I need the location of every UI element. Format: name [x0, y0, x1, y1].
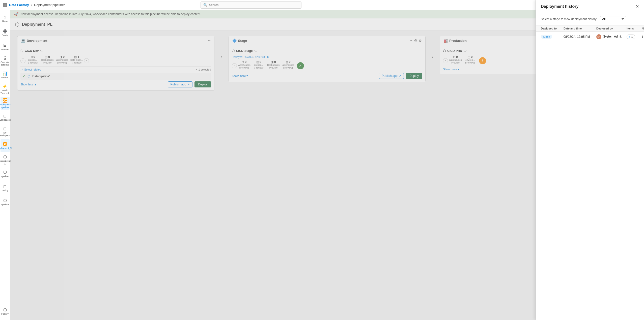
stage-stage-icon: 🔷 — [232, 39, 237, 43]
dev-metrics: ⊞0 environ...(Preview) ◫0 Dashboards(Pre… — [26, 55, 83, 64]
app-title[interactable]: Data Factory — [9, 3, 29, 7]
stage-env-icon: ◫ — [256, 60, 259, 64]
stage-deployed-text: Deployed: 8/2/2024, 12:05:08 PM — [232, 56, 269, 58]
dev-card-menu[interactable]: ⋯ — [207, 48, 211, 53]
dev-metric-environments: ⊞0 environ...(Preview) — [26, 55, 39, 64]
stage-settings-icon[interactable]: ⚙ — [419, 39, 422, 43]
stage-history-icon[interactable]: ⏱ — [414, 39, 417, 43]
sidebar-item-testing[interactable]: ◻ Testing — [1, 181, 10, 195]
stage-deploy-button[interactable]: Deploy — [406, 73, 422, 79]
deployment-pipelines-icon: 🔀 — [3, 98, 8, 103]
grid-icon[interactable] — [3, 3, 7, 7]
prod-wh-icon: ⊞ — [453, 55, 455, 59]
stage-card-title: CICD-Stage — [236, 49, 253, 53]
sidebar-item-browse[interactable]: ⊞ Browse — [1, 40, 10, 53]
sidebar-item-pipeline4[interactable]: ⬡ pipeline4 — [1, 167, 10, 180]
connector-dev-stage: › — [216, 36, 227, 305]
banner-icon: 🚀 — [14, 12, 18, 16]
pipeline5-icon: ⬡ — [3, 198, 7, 203]
my-workspace-icon: ◻ — [3, 126, 7, 131]
sidebar-item-create[interactable]: ➕ Create — [1, 26, 10, 39]
sidebar-item-deployment-pl[interactable]: 🔀 Deployment_PL — [1, 139, 10, 152]
testing-icon: ◻ — [3, 184, 7, 189]
realtime-icon: ⚡ — [3, 84, 8, 89]
stage-publish-label: Publish app — [382, 74, 398, 78]
sidebar-item-factory[interactable]: ⬡ Factory — [1, 305, 10, 318]
prod-card-icon: ⬡ — [443, 49, 446, 53]
history-filter-row: Select a stage to view deployment histor… — [536, 13, 644, 25]
stage-publish-app-button[interactable]: Publish app ↗ — [379, 73, 404, 79]
sidebar-item-onelake[interactable]: 🗄 OneLake data hub — [1, 54, 10, 68]
breadcrumb-separator: › — [31, 3, 32, 7]
dev-metrics-next[interactable]: › — [84, 58, 89, 63]
history-deployed-to: Stage — [541, 35, 564, 39]
publish-app-label: Publish app — [171, 83, 186, 86]
sidebar-label-factory: Factory — [1, 313, 8, 315]
dev-edit-icon[interactable]: ✏ — [208, 39, 211, 43]
sidebar-item-deployment-pipelines[interactable]: 🔀 Deployment pipelines — [1, 97, 10, 110]
dev-publish-app-button[interactable]: Publish app ↗ — [168, 81, 193, 87]
sidebar-item-realtime[interactable]: ⚡ Real-Time hub — [1, 83, 10, 96]
sidebar-item-my-workspace[interactable]: ◻ My workspace — [1, 125, 10, 138]
sidebar-item-home[interactable]: ⌂ Home — [1, 12, 10, 25]
prod-status-circle: ! — [479, 57, 486, 64]
stage-metrics: ⊞0 Warehouses(Preview) ◫0 environ...(Pre… — [238, 60, 294, 69]
stage-dash-icon: ◨ — [271, 60, 273, 64]
history-close-button[interactable]: ✕ — [636, 4, 639, 9]
sidebar-label-datapipeline1: Datapipeline 1 — [0, 160, 11, 165]
history-table-body: Stage 08/02/24, 12:05 PM SA System Admi.… — [536, 32, 644, 320]
stage-metric-warehouses: ⊞0 Warehouses(Preview) — [238, 60, 250, 69]
sidebar-label-monitor: Monitor — [1, 76, 8, 79]
stage-right-actions: Publish app ↗ Deploy — [379, 73, 422, 79]
stage-header-left-dev: 💻 Development — [21, 39, 47, 43]
dev-card-title-row: ⬡ CICD-Dev 🛡 ⋯ — [20, 48, 211, 53]
dev-metrics-row: ‹ ⊞0 environ...(Preview) ◫0 Dashboards(P… — [20, 55, 211, 66]
stage-card-title-row: ⬡ CICD-Stage 🛡 ⋯ — [232, 48, 423, 53]
col-deployed-to: Deployed to — [541, 27, 564, 30]
dev-stage-icon: 💻 — [21, 39, 25, 43]
clear-selected-icon[interactable]: ✕ — [195, 68, 198, 71]
stage-show-more-button[interactable]: Show more ▾ — [232, 74, 248, 77]
search-box[interactable]: 🔍 — [201, 2, 301, 9]
stage-card-badge-icon: 🛡 — [254, 49, 257, 53]
select-related-button[interactable]: ⇄ Select related — [20, 68, 41, 71]
history-table-header: Deployed to Date and time Deployed by It… — [536, 25, 644, 32]
show-less-button[interactable]: Show less ▲ — [20, 83, 37, 86]
prod-show-more-label: Show more — [443, 68, 457, 71]
stage-action-row: Show more ▾ Publish app ↗ Deploy — [232, 73, 423, 79]
history-stage-badge: Stage — [541, 35, 552, 39]
dev-deploy-button[interactable]: Deploy — [194, 81, 211, 87]
history-info-icon[interactable]: ℹ — [642, 35, 643, 39]
history-avatar: SA — [596, 34, 601, 39]
history-note: ℹ — [642, 35, 644, 39]
prod-show-more-chevron: ▾ — [458, 68, 459, 71]
dev-card-icon: ⬡ — [20, 49, 23, 53]
prod-show-more-button[interactable]: Show more ▾ — [443, 68, 459, 71]
dev-metric-lakehouses: ◨0 Lakehouses(Preview) — [56, 55, 68, 64]
sidebar-item-monitor[interactable]: 📊 Monitor — [1, 69, 10, 82]
pipeline-header-icon: ⬡ — [15, 21, 19, 27]
stage-deployed-info: Deployed: 8/2/2024, 12:05:08 PM — [232, 55, 423, 59]
history-items-badge: + 1 — [627, 35, 635, 39]
dev-stage-card: ⬡ CICD-Dev 🛡 ⋯ ‹ ⊞0 environ...(Preview) — [17, 45, 214, 91]
history-stage-filter[interactable]: All Development Stage Production — [600, 16, 626, 22]
sidebar-label-create: Create — [2, 34, 8, 37]
pipeline-title: Deployment_PL — [22, 22, 52, 27]
breadcrumb[interactable]: Deployment pipelines — [34, 3, 65, 7]
dev-metrics-prev[interactable]: ‹ — [20, 58, 25, 63]
stage-header-actions-stage: ✏ ⏱ ⚙ — [410, 39, 422, 43]
stage-metrics-prev[interactable]: ‹ — [232, 63, 237, 68]
sidebar-label-workspaces: Workspaces — [0, 119, 11, 121]
stage-card-menu[interactable]: ⋯ — [418, 48, 422, 53]
stage-edit-icon[interactable]: ✏ — [410, 39, 412, 43]
select-related-icon: ⇄ — [20, 68, 23, 71]
sidebar-item-workspaces[interactable]: ◻ Workspaces — [1, 111, 10, 124]
banner-text: New deployment access. Beginning in late… — [20, 12, 201, 16]
search-input[interactable] — [209, 3, 299, 7]
sidebar-item-datapipeline1[interactable]: ⬡ Datapipeline 1 — [1, 153, 10, 166]
dev-env-icon: ⊞ — [31, 55, 33, 59]
sidebar-item-pipeline5[interactable]: ⬡ pipeline5 — [1, 196, 10, 209]
prod-metrics-prev[interactable]: ‹ — [443, 58, 448, 63]
search-icon: 🔍 — [203, 3, 207, 7]
selected-count: ✕ 1 selected — [195, 68, 211, 71]
